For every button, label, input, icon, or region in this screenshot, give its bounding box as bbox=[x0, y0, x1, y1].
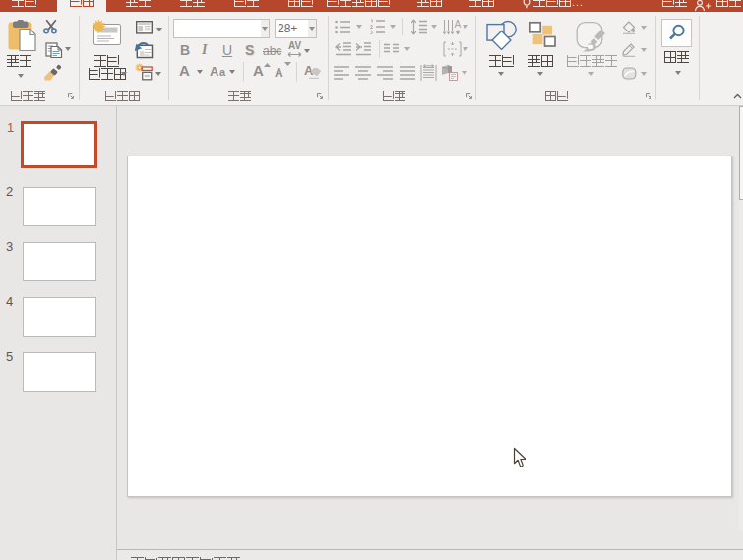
svg-text:A: A bbox=[455, 19, 462, 30]
